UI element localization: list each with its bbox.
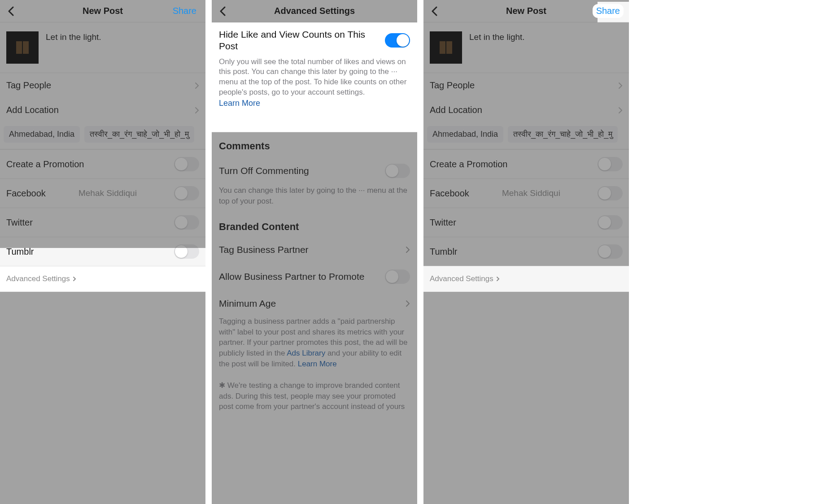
row-label: Create a Promotion: [6, 159, 84, 169]
chevron-left-icon: [431, 6, 437, 16]
location-suggestions: Ahmedabad, India तस्वीर_का_रंग_चाहे_जो_भ…: [423, 122, 629, 149]
commenting-description: You can change this later by going to th…: [212, 185, 417, 213]
row-label: Add Location: [430, 105, 482, 115]
row-label: Twitter: [430, 217, 456, 228]
row-label: Tumblr: [6, 247, 34, 257]
chevron-right-icon: [406, 300, 410, 307]
panel-new-post-2: New Post Share Let in the light. Tag Peo…: [423, 0, 629, 504]
share-button[interactable]: Share: [169, 4, 200, 18]
twitter-row[interactable]: Twitter: [423, 208, 629, 237]
row-label: Tag Business Partner: [219, 244, 309, 255]
chevron-right-icon: [406, 246, 410, 253]
header: New Post Share: [0, 0, 205, 22]
location-suggestions: Ahmedabad, India तस्वीर_का_रंग_चाहे_जो_भ…: [0, 122, 205, 149]
row-label: Twitter: [6, 217, 33, 228]
section-spacer: [212, 116, 417, 132]
row-label: Advanced Settings: [430, 274, 493, 283]
row-label: Facebook: [6, 188, 46, 199]
tumblr-row[interactable]: Tumblr: [423, 237, 629, 266]
chevron-right-icon: [195, 82, 199, 89]
row-label: Turn Off Commenting: [219, 165, 309, 176]
caption-input[interactable]: Let in the light.: [469, 31, 525, 42]
chevron-left-icon: [219, 6, 226, 16]
facebook-account-label: Mehak Siddiqui: [502, 188, 560, 198]
branded-content-footnote: ✱ We're testing a change to improve bran…: [212, 376, 417, 418]
comments-heading: Comments: [212, 132, 417, 156]
twitter-toggle[interactable]: [174, 215, 199, 230]
chevron-left-icon: [8, 6, 14, 16]
location-chip[interactable]: Ahmedabad, India: [427, 126, 503, 143]
commenting-toggle[interactable]: [385, 164, 410, 178]
row-label: Allow Business Partner to Promote: [219, 271, 364, 282]
panel-advanced-settings: Advanced Settings Hide Like and View Cou…: [212, 0, 417, 504]
row-label: Create a Promotion: [430, 159, 507, 169]
post-thumbnail[interactable]: [430, 31, 462, 64]
tag-people-row[interactable]: Tag People: [0, 73, 205, 98]
advanced-settings-row[interactable]: Advanced Settings: [423, 266, 629, 292]
tumblr-row[interactable]: Tumblr: [0, 237, 205, 266]
caption-row: Let in the light.: [0, 22, 205, 73]
post-thumbnail[interactable]: [6, 31, 39, 64]
caption-row: Let in the light.: [423, 22, 629, 73]
chevron-right-icon: [618, 107, 623, 114]
chevron-right-icon: [195, 107, 199, 114]
row-label: Add Location: [6, 105, 59, 115]
add-location-row[interactable]: Add Location: [0, 98, 205, 122]
ads-library-link[interactable]: Ads Library: [287, 349, 325, 357]
allow-partner-promote-row[interactable]: Allow Business Partner to Promote: [212, 262, 417, 291]
tag-people-row[interactable]: Tag People: [423, 73, 629, 98]
twitter-row[interactable]: Twitter: [0, 208, 205, 237]
share-button[interactable]: Share: [593, 4, 624, 18]
create-promotion-row[interactable]: Create a Promotion: [0, 149, 205, 178]
chevron-right-icon: [618, 82, 623, 89]
page-title: Advanced Settings: [212, 6, 417, 16]
panel-new-post-1: New Post Share Let in the light. Tag Peo…: [0, 0, 205, 504]
minimum-age-row[interactable]: Minimum Age: [212, 291, 417, 316]
tag-business-partner-row[interactable]: Tag Business Partner: [212, 237, 417, 262]
advanced-settings-row[interactable]: Advanced Settings: [0, 266, 205, 292]
row-label: Minimum Age: [219, 298, 276, 309]
location-chip[interactable]: तस्वीर_का_रंग_चाहे_जो_भी_हो_मु: [84, 126, 194, 143]
location-chip[interactable]: Ahmedabad, India: [4, 126, 80, 143]
chevron-right-icon: [496, 276, 500, 282]
facebook-row[interactable]: Facebook Mehak Siddiqui: [423, 178, 629, 208]
tumblr-toggle[interactable]: [598, 244, 623, 259]
row-label: Advanced Settings: [6, 274, 70, 283]
back-button[interactable]: [5, 6, 16, 17]
promotion-toggle[interactable]: [174, 157, 199, 171]
hide-likes-section: Hide Like and View Counts on This Post O…: [212, 22, 417, 116]
row-label: Tag People: [6, 80, 51, 91]
branded-content-description: Tagging a business partner adds a "paid …: [212, 316, 417, 376]
allow-promote-toggle[interactable]: [385, 269, 410, 284]
turn-off-commenting-row[interactable]: Turn Off Commenting: [212, 156, 417, 185]
facebook-toggle[interactable]: [598, 186, 623, 200]
add-location-row[interactable]: Add Location: [423, 98, 629, 122]
tumblr-toggle[interactable]: [174, 244, 199, 259]
row-label: Tumblr: [430, 247, 457, 257]
twitter-toggle[interactable]: [598, 215, 623, 230]
hide-likes-description: Only you will see the total number of li…: [219, 57, 410, 98]
chevron-right-icon: [73, 276, 76, 282]
learn-more-link[interactable]: Learn More: [219, 99, 260, 108]
header: New Post Share: [423, 0, 629, 22]
learn-more-link[interactable]: Learn More: [298, 360, 337, 368]
row-label: Facebook: [430, 188, 469, 199]
facebook-toggle[interactable]: [174, 186, 199, 200]
branded-content-heading: Branded Content: [212, 213, 417, 237]
hide-likes-toggle[interactable]: [385, 33, 410, 48]
header: Advanced Settings: [212, 0, 417, 22]
back-button[interactable]: [217, 6, 228, 17]
promotion-toggle[interactable]: [598, 157, 623, 171]
back-button[interactable]: [429, 6, 440, 17]
hide-likes-title: Hide Like and View Counts on This Post: [219, 29, 385, 52]
caption-input[interactable]: Let in the light.: [46, 31, 101, 42]
facebook-account-label: Mehak Siddiqui: [79, 188, 137, 198]
row-label: Tag People: [430, 80, 475, 91]
location-chip[interactable]: तस्वीर_का_रंग_चाहे_जो_भी_हो_मु: [508, 126, 618, 143]
create-promotion-row[interactable]: Create a Promotion: [423, 149, 629, 178]
facebook-row[interactable]: Facebook Mehak Siddiqui: [0, 178, 205, 208]
